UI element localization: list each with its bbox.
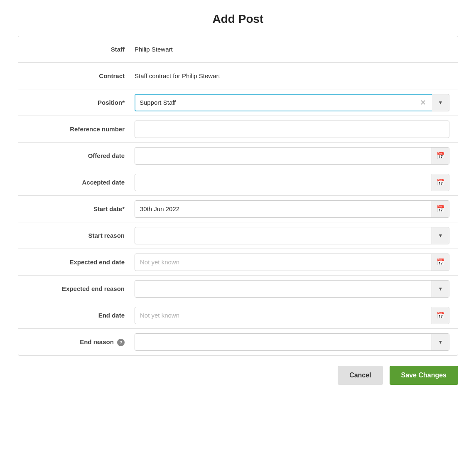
end-date-inner: 📅 — [135, 307, 449, 324]
expected-end-reason-dropdown-inner: ▼ — [135, 280, 449, 298]
staff-label: Staff — [18, 46, 135, 53]
end-reason-label: End reason ? — [18, 338, 135, 346]
accepted-date-label: Accepted date — [18, 179, 135, 186]
position-label: Position* — [18, 99, 135, 106]
accepted-date-wrapper: 📅 — [135, 174, 458, 191]
contract-row: Contract Staff contract for Philip Stewa… — [18, 63, 458, 89]
calendar-icon: 📅 — [437, 311, 445, 319]
calendar-icon: 📅 — [437, 178, 445, 186]
calendar-icon: 📅 — [437, 152, 445, 160]
expected-end-date-label: Expected end date — [18, 259, 135, 266]
offered-date-row: Offered date 📅 — [18, 143, 458, 169]
page-title: Add Post — [213, 12, 264, 26]
start-date-input[interactable] — [135, 202, 432, 216]
start-reason-row: Start reason ▼ — [18, 222, 458, 249]
chevron-down-icon: ▼ — [438, 233, 443, 239]
expected-end-reason-dropdown-arrow[interactable]: ▼ — [432, 280, 449, 298]
start-reason-dropdown-wrapper: ▼ — [135, 227, 458, 244]
start-date-label: Start date* — [18, 205, 135, 212]
end-reason-select[interactable] — [135, 335, 432, 349]
position-input-box: ✕ — [135, 94, 432, 111]
expected-end-date-row: Expected end date 📅 — [18, 249, 458, 276]
form-container: Staff Philip Stewart Contract Staff cont… — [18, 36, 458, 356]
staff-value: Philip Stewart — [135, 46, 458, 53]
expected-end-date-wrapper: 📅 — [135, 254, 458, 271]
start-date-row: Start date* 📅 — [18, 196, 458, 222]
end-reason-help-icon[interactable]: ? — [117, 339, 125, 346]
chevron-down-icon: ▼ — [438, 286, 443, 292]
chevron-down-icon: ▼ — [438, 339, 443, 345]
end-date-calendar-button[interactable]: 📅 — [432, 307, 449, 324]
end-date-label: End date — [18, 312, 135, 319]
expected-end-reason-dropdown-wrapper: ▼ — [135, 280, 458, 298]
reference-label: Reference number — [18, 126, 135, 133]
end-reason-dropdown-inner: ▼ — [135, 333, 449, 351]
offered-date-wrapper: 📅 — [135, 147, 458, 165]
accepted-date-row: Accepted date 📅 — [18, 169, 458, 196]
staff-row: Staff Philip Stewart — [18, 36, 458, 63]
end-reason-dropdown-arrow[interactable]: ▼ — [432, 333, 449, 351]
calendar-icon: 📅 — [437, 258, 445, 266]
end-date-input[interactable] — [135, 308, 432, 322]
offered-date-input[interactable] — [135, 149, 432, 163]
expected-end-reason-select[interactable] — [135, 282, 432, 296]
cancel-button[interactable]: Cancel — [338, 366, 383, 385]
contract-label: Contract — [18, 72, 135, 79]
reference-input[interactable] — [135, 121, 449, 138]
expected-end-date-calendar-button[interactable]: 📅 — [432, 254, 449, 271]
start-date-inner: 📅 — [135, 200, 449, 218]
end-date-row: End date 📅 — [18, 302, 458, 329]
expected-end-date-input[interactable] — [135, 255, 432, 269]
expected-end-reason-row: Expected end reason ▼ — [18, 276, 458, 302]
end-reason-dropdown-wrapper: ▼ — [135, 333, 458, 351]
offered-date-label: Offered date — [18, 152, 135, 159]
position-input[interactable] — [140, 99, 418, 106]
calendar-icon: 📅 — [437, 205, 445, 213]
position-clear-button[interactable]: ✕ — [418, 98, 428, 107]
reference-input-wrapper — [135, 121, 458, 138]
expected-end-reason-label: Expected end reason — [18, 285, 135, 292]
start-reason-label: Start reason — [18, 232, 135, 239]
start-reason-dropdown-inner: ▼ — [135, 227, 449, 244]
end-reason-row: End reason ? ▼ — [18, 329, 458, 355]
buttons-row: Cancel Save Changes — [18, 356, 458, 389]
start-date-calendar-button[interactable]: 📅 — [432, 200, 449, 218]
position-dropdown-button[interactable]: ▼ — [432, 94, 449, 111]
accepted-date-inner: 📅 — [135, 174, 449, 191]
offered-date-calendar-button[interactable]: 📅 — [432, 147, 449, 165]
position-field-wrapper: ✕ ▼ — [135, 94, 458, 111]
end-date-wrapper: 📅 — [135, 307, 458, 324]
contract-value: Staff contract for Philip Stewart — [135, 72, 458, 79]
start-reason-dropdown-arrow[interactable]: ▼ — [432, 227, 449, 244]
position-row: Position* ✕ ▼ — [18, 89, 458, 116]
accepted-date-calendar-button[interactable]: 📅 — [432, 174, 449, 191]
offered-date-inner: 📅 — [135, 147, 449, 165]
save-changes-button[interactable]: Save Changes — [390, 366, 458, 385]
accepted-date-input[interactable] — [135, 175, 432, 189]
start-reason-select[interactable] — [135, 229, 432, 242]
start-date-wrapper: 📅 — [135, 200, 458, 218]
reference-row: Reference number — [18, 116, 458, 143]
expected-end-date-inner: 📅 — [135, 254, 449, 271]
